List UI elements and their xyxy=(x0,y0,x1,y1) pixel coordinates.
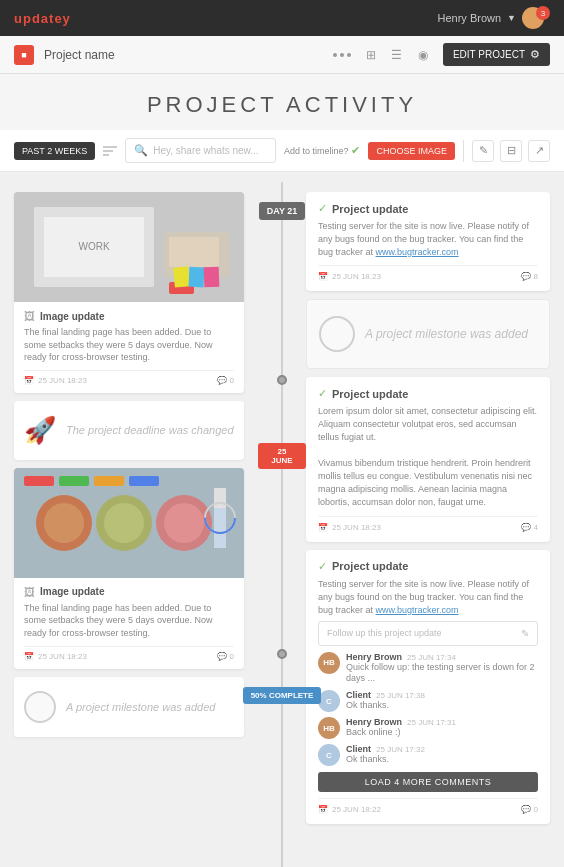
day-badge-container: DAY 21 xyxy=(259,192,306,220)
comment-header-2: Client 25 JUN 17:38 xyxy=(346,690,538,700)
comment-header-3: Henry Brown 25 JUN 17:31 xyxy=(346,717,538,727)
right-card-1: ✓ Project update Testing server for the … xyxy=(306,192,550,291)
r-card-title-2: Project update xyxy=(332,388,408,400)
main-content: WORK 🖼 Image upda xyxy=(0,172,564,867)
day-badge: DAY 21 xyxy=(259,202,306,220)
timeline-center: DAY 21 25 JUNE 50% COMPLETE xyxy=(258,182,306,867)
svg-rect-11 xyxy=(188,267,204,288)
right-column: ✓ Project update Testing server for the … xyxy=(306,182,564,867)
comment-text-3: Back online :) xyxy=(346,727,538,739)
r-card-title-row-2: ✓ Project update xyxy=(318,387,538,400)
r-card-desc-3: Testing server for the site is now live.… xyxy=(318,578,538,617)
pct-badge-container: 50% COMPLETE xyxy=(243,679,322,704)
pct-badge: 50% COMPLETE xyxy=(243,687,322,704)
rocket-icon: 🚀 xyxy=(24,415,56,446)
r-milestone-text: A project milestone was added xyxy=(365,327,528,341)
r-card-comments-1: 💬 8 xyxy=(521,272,538,281)
load-more-button[interactable]: LOAD 4 MORE COMMENTS xyxy=(318,772,538,792)
card-image-2 xyxy=(14,468,244,578)
right-card-3: ✓ Project update Testing server for the … xyxy=(306,550,550,825)
image-preview-2 xyxy=(14,468,244,578)
deadline-text: The project deadline was changed xyxy=(66,424,234,436)
comment-input-row[interactable]: Follow up this project update ✎ xyxy=(318,621,538,646)
comment-avatar-1: HB xyxy=(318,652,340,674)
r-milestone-circle xyxy=(319,316,355,352)
comment-header-1: Henry Brown 25 JUN 17:34 xyxy=(346,652,538,662)
more-options[interactable] xyxy=(333,53,351,57)
time-filter-button[interactable]: PAST 2 WEEKS xyxy=(14,142,95,160)
r-card-footer-3: 📅 25 JUN 18:22 💬 0 xyxy=(318,798,538,814)
card-title-1: Image update xyxy=(40,311,104,322)
timeline-dot-1-container xyxy=(277,375,287,385)
choose-image-button[interactable]: CHOOSE IMAGE xyxy=(368,142,455,160)
r-card-comments-2: 💬 4 xyxy=(521,523,538,532)
r-card-footer-2: 📅 25 JUN 18:23 💬 4 xyxy=(318,516,538,532)
comment-avatar-3: HB xyxy=(318,717,340,739)
settings-icon[interactable]: ◉ xyxy=(413,45,433,65)
share-icon[interactable]: ↗ xyxy=(528,140,550,162)
r-card-title-3: Project update xyxy=(332,560,408,572)
svg-point-19 xyxy=(164,503,204,543)
view-icons: ⊞ ☰ ◉ xyxy=(361,45,433,65)
check-icon: ✔ xyxy=(351,144,360,157)
svg-point-17 xyxy=(104,503,144,543)
add-to-timeline: Add to timeline? ✔ xyxy=(284,144,361,157)
svg-rect-2 xyxy=(103,154,109,156)
r-card-comment-count-2: 4 xyxy=(534,523,538,532)
page-title: PROJECT ACTIVITY xyxy=(0,92,564,118)
comment-time-1: 25 JUN 17:34 xyxy=(407,653,456,662)
r-calendar-icon-1: 📅 xyxy=(318,272,328,281)
comment-input[interactable]: Follow up this project update xyxy=(327,628,521,638)
card-footer-2: 📅 25 JUN 18:23 💬 0 xyxy=(24,646,234,661)
r-card-date-value-1: 25 JUN 18:23 xyxy=(332,272,381,281)
r-card-title-row-1: ✓ Project update xyxy=(318,202,538,215)
comment-text-1: Quick follow up: the testing server is d… xyxy=(346,662,538,685)
list-icon[interactable]: ☰ xyxy=(387,45,407,65)
r-card-desc-1: Testing server for the site is now live.… xyxy=(318,220,538,259)
timeline-dot-1 xyxy=(277,375,287,385)
r-comment-icon-2: 💬 xyxy=(521,523,531,532)
search-box: 🔍 Hey, share whats new... xyxy=(125,138,276,163)
timeline-container: WORK 🖼 Image upda xyxy=(0,172,564,867)
bookmark-icon[interactable]: ⊟ xyxy=(500,140,522,162)
comment-user-1: Henry Brown xyxy=(346,652,402,662)
comment-body-2: Client 25 JUN 17:38 Ok thanks. xyxy=(346,690,538,712)
card-title-2: Image update xyxy=(40,586,104,597)
deadline-card: 🚀 The project deadline was changed xyxy=(14,401,244,460)
user-menu[interactable]: Henry Brown ▼ 3 xyxy=(438,7,551,29)
comment-item-4: C Client 25 JUN 17:32 Ok thanks. xyxy=(318,744,538,766)
card-desc-2: The final landing page has been added. D… xyxy=(24,602,234,640)
r-card-desc-2: Lorem ipsum dolor sit amet, consectetur … xyxy=(318,405,538,509)
filter-icon[interactable] xyxy=(103,146,117,156)
comment-edit-icon: ✎ xyxy=(521,628,529,639)
svg-point-15 xyxy=(44,503,84,543)
grid-icon[interactable]: ⊞ xyxy=(361,45,381,65)
card-body-2: 🖼 Image update The final landing page ha… xyxy=(14,578,244,669)
card-title-row-2: 🖼 Image update xyxy=(24,586,234,598)
comment-body-1: Henry Brown 25 JUN 17:34 Quick follow up… xyxy=(346,652,538,685)
svg-rect-20 xyxy=(24,476,54,486)
timeline-dot-2-container xyxy=(277,649,287,659)
r-card-link-1[interactable]: www.bugtracker.com xyxy=(376,247,459,257)
svg-rect-12 xyxy=(204,267,220,288)
comment-user-2: Client xyxy=(346,690,371,700)
comment-time-3: 25 JUN 17:31 xyxy=(407,718,456,727)
comment-header-4: Client 25 JUN 17:32 xyxy=(346,744,538,754)
card-comments-1: 💬 0 xyxy=(217,376,234,385)
card-image-1: WORK xyxy=(14,192,244,302)
edit-project-button[interactable]: EDIT PROJECT ⚙ xyxy=(443,43,550,66)
logo[interactable]: updatey xyxy=(14,11,71,26)
activity-toolbar: PAST 2 WEEKS 🔍 Hey, share whats new... A… xyxy=(0,130,564,172)
calendar-icon-2: 📅 xyxy=(24,652,34,661)
left-column: WORK 🖼 Image upda xyxy=(0,182,258,867)
edit-icon[interactable]: ✎ xyxy=(472,140,494,162)
card-body-1: 🖼 Image update The final landing page ha… xyxy=(14,302,244,393)
r-card-link-3[interactable]: www.bugtracker.com xyxy=(376,605,459,615)
comment-text-4: Ok thanks. xyxy=(346,754,538,766)
card-image-visual-1: WORK xyxy=(14,192,244,302)
r-comment-icon-3: 💬 xyxy=(521,805,531,814)
dot-1 xyxy=(333,53,337,57)
project-name: Project name xyxy=(44,48,323,62)
svg-rect-22 xyxy=(94,476,124,486)
comment-user-4: Client xyxy=(346,744,371,754)
